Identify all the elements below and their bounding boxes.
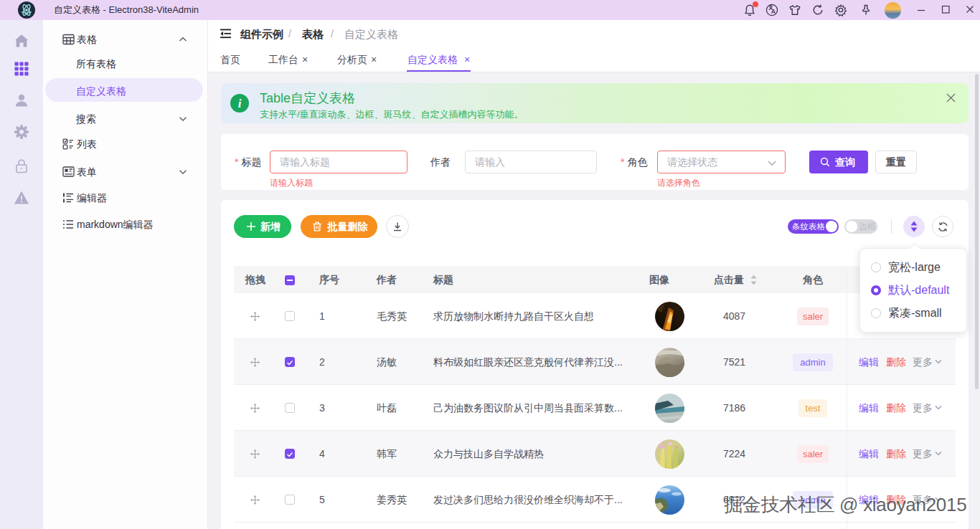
svg-text:i: i [238, 97, 242, 110]
